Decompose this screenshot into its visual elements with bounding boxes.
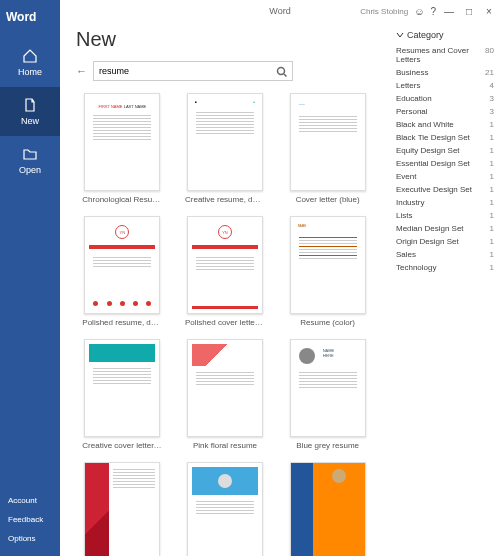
category-row[interactable]: Letters4 (396, 79, 494, 92)
category-count: 21 (485, 68, 494, 77)
category-name: Black Tie Design Set (396, 133, 470, 142)
category-name: Personal (396, 107, 428, 116)
template-card[interactable]: ■● Creative resume, design... (179, 93, 272, 204)
category-row[interactable]: Business21 (396, 66, 494, 79)
category-count: 1 (490, 237, 494, 246)
template-card[interactable]: Creative cover letter, de... (76, 339, 169, 450)
document-icon (22, 97, 38, 113)
app-brand: Word (0, 0, 60, 38)
template-thumb: ■● (187, 93, 263, 191)
category-count: 1 (490, 159, 494, 168)
category-name: Black and White (396, 120, 454, 129)
template-thumb (187, 339, 263, 437)
category-row[interactable]: Personal3 (396, 105, 494, 118)
template-thumb: —— (290, 93, 366, 191)
category-name: Sales (396, 250, 416, 259)
search-box[interactable] (93, 61, 293, 81)
template-caption: Chronological Resume (... (82, 195, 162, 204)
window-close[interactable]: × (482, 6, 496, 17)
category-name: Executive Design Set (396, 185, 472, 194)
category-row[interactable]: Lists1 (396, 209, 494, 222)
template-thumb (84, 462, 160, 556)
chevron-down-icon (396, 31, 404, 39)
category-name: Equity Design Set (396, 146, 460, 155)
template-thumb: FIRST NAME LAST NAME (84, 93, 160, 191)
category-row[interactable]: Median Design Set1 (396, 222, 494, 235)
search-input[interactable] (99, 66, 276, 76)
options-link[interactable]: Options (0, 529, 60, 548)
home-icon (22, 48, 38, 64)
face-icon[interactable]: ☺ (414, 6, 424, 17)
nav-items: Home New Open (0, 38, 60, 491)
back-button[interactable]: ← (76, 65, 87, 77)
template-thumb (187, 462, 263, 556)
category-row[interactable]: Industry1 (396, 196, 494, 209)
category-name: Education (396, 94, 432, 103)
category-name: Industry (396, 198, 424, 207)
category-count: 1 (490, 250, 494, 259)
template-card[interactable]: NAME Resume (color) (281, 216, 374, 327)
template-thumb (84, 339, 160, 437)
category-name: Essential Design Set (396, 159, 470, 168)
category-count: 1 (490, 185, 494, 194)
feedback-link[interactable]: Feedback (0, 510, 60, 529)
search-row: ← (76, 61, 374, 81)
category-row[interactable]: Event1 (396, 170, 494, 183)
category-count: 1 (490, 120, 494, 129)
template-caption: Creative resume, design... (185, 195, 265, 204)
template-card[interactable]: Bold monogram resume (76, 462, 169, 556)
category-name: Letters (396, 81, 420, 90)
category-row[interactable]: Essential Design Set1 (396, 157, 494, 170)
window-maximize[interactable]: □ (462, 6, 476, 17)
template-caption: Creative cover letter, de... (82, 441, 162, 450)
category-count: 1 (490, 133, 494, 142)
category-count: 3 (490, 94, 494, 103)
category-row[interactable]: Executive Design Set1 (396, 183, 494, 196)
category-row[interactable]: Black Tie Design Set1 (396, 131, 494, 144)
megaphone-icon[interactable]: ? (430, 6, 436, 17)
account-link[interactable]: Account (0, 491, 60, 510)
category-count: 1 (490, 224, 494, 233)
category-row[interactable]: Equity Design Set1 (396, 144, 494, 157)
template-caption: Blue grey resume (296, 441, 359, 450)
nav-open[interactable]: Open (0, 136, 60, 185)
category-count: 80 (485, 46, 494, 64)
template-grid: FIRST NAME LAST NAME Chronological Resum… (76, 93, 374, 556)
template-caption: Polished cover letter, de... (185, 318, 265, 327)
template-caption: Resume (color) (300, 318, 355, 327)
sidebar: Word Home New Open Account Feedback Opti… (0, 0, 60, 556)
search-icon[interactable] (276, 66, 287, 77)
template-card[interactable]: —— Cover letter (blue) (281, 93, 374, 204)
template-card[interactable]: FIRST NAME LAST NAME Chronological Resum… (76, 93, 169, 204)
template-thumb: NAME (290, 216, 366, 314)
template-card[interactable]: YN Polished resume, desig... (76, 216, 169, 327)
category-count: 4 (490, 81, 494, 90)
category-count: 1 (490, 263, 494, 272)
nav-new[interactable]: New (0, 87, 60, 136)
sidebar-footer: Account Feedback Options (0, 491, 60, 556)
category-row[interactable]: Black and White1 (396, 118, 494, 131)
nav-new-label: New (21, 116, 39, 126)
folder-icon (22, 146, 38, 162)
nav-home-label: Home (18, 67, 42, 77)
category-header[interactable]: Category (396, 30, 494, 40)
category-panel: Category Resumes and Cover Letters80Busi… (390, 22, 500, 556)
template-card[interactable]: NAMEHERE Blue grey resume (281, 339, 374, 450)
category-count: 1 (490, 198, 494, 207)
template-card[interactable]: YN Polished cover letter, de... (179, 216, 272, 327)
svg-point-0 (278, 67, 285, 74)
category-row[interactable]: Origin Design Set1 (396, 235, 494, 248)
category-name: Lists (396, 211, 412, 220)
category-row[interactable]: Sales1 (396, 248, 494, 261)
category-row[interactable]: Technology1 (396, 261, 494, 274)
template-card[interactable]: Pink floral resume (179, 339, 272, 450)
nav-home[interactable]: Home (0, 38, 60, 87)
template-card[interactable]: Headshot resume (281, 462, 374, 556)
window-minimize[interactable]: — (442, 6, 456, 17)
category-row[interactable]: Education3 (396, 92, 494, 105)
category-name: Median Design Set (396, 224, 464, 233)
template-card[interactable]: Blue sky resume (179, 462, 272, 556)
template-caption: Pink floral resume (193, 441, 257, 450)
template-caption: Cover letter (blue) (296, 195, 360, 204)
category-row[interactable]: Resumes and Cover Letters80 (396, 44, 494, 66)
